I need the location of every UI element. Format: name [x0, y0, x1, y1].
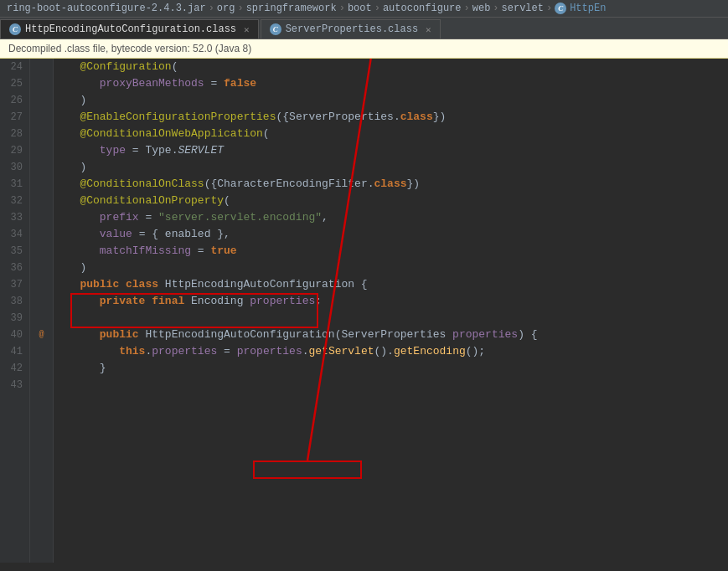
code-line-35: matchIfMissing = true — [60, 243, 728, 260]
line-num-39: 39 — [3, 310, 23, 327]
gutter-38 — [30, 293, 53, 310]
warning-bar: Decompiled .class file, bytecode version… — [0, 39, 728, 59]
line-num-33: 33 — [3, 209, 23, 226]
breadcrumb-item-springframework: springframework — [246, 3, 337, 14]
breadcrumb-item-web: web — [472, 3, 491, 14]
code-line-40: public HttpEncodingAutoConfiguration(Ser… — [60, 327, 728, 343]
line-num-41: 41 — [3, 343, 23, 360]
line-num-35: 35 — [3, 243, 23, 260]
code-line-37: public class HttpEncodingAutoConfigurati… — [60, 276, 728, 293]
gutter-31 — [30, 176, 53, 193]
gutter-25 — [30, 75, 53, 92]
line-num-38: 38 — [3, 293, 23, 310]
tab-icon-serverproperties: C — [270, 23, 281, 35]
breadcrumb-item-org: org — [217, 3, 235, 14]
code-line-29: type = Type.SERVLET — [60, 142, 728, 159]
red-box-server-properties — [253, 460, 362, 479]
breadcrumb-sep-3: › — [339, 3, 345, 14]
code-line-24: @Configuration( — [60, 59, 728, 75]
code-line-42: } — [60, 360, 728, 377]
line-num-26: 26 — [3, 92, 23, 109]
code-line-34: value = { enabled }, — [60, 226, 728, 243]
warning-text: Decompiled .class file, bytecode version… — [8, 43, 251, 54]
tab-label-httpencoding: HttpEncodingAutoConfiguration.class — [25, 23, 236, 35]
gutter-43 — [30, 377, 53, 394]
breadcrumb-sep-4: › — [374, 3, 380, 14]
gutter-35 — [30, 243, 53, 260]
gutter-33 — [30, 209, 53, 226]
tab-icon-httpencoding: C — [9, 23, 21, 35]
line-num-25: 25 — [3, 75, 23, 92]
breadcrumb-item-autoconfigure: autoconfigure — [383, 3, 462, 14]
line-num-28: 28 — [3, 126, 23, 142]
line-num-27: 27 — [3, 109, 23, 126]
gutter-27 — [30, 109, 53, 126]
breadcrumb-item-boot: boot — [348, 3, 372, 14]
breadcrumb-sep-1: › — [209, 3, 214, 14]
code-line-30: ) — [60, 159, 728, 176]
gutter-42 — [30, 360, 53, 377]
line-num-32: 32 — [3, 193, 23, 209]
tab-close-httpencoding[interactable]: ✕ — [244, 24, 250, 35]
code-line-43 — [60, 377, 728, 394]
breadcrumb-sep-5: › — [464, 3, 470, 14]
code-line-36: ) — [60, 260, 728, 276]
tab-httpencoding[interactable]: C HttpEncodingAutoConfiguration.class ✕ — [0, 19, 259, 39]
code-content[interactable]: @Configuration( proxyBeanMethods = false… — [54, 59, 728, 563]
breadcrumb-item-servlet: servlet — [502, 3, 544, 14]
code-line-33: prefix = "server.servlet.encoding", — [60, 209, 728, 226]
gutter-30 — [30, 159, 53, 176]
line-num-31: 31 — [3, 176, 23, 193]
line-num-34: 34 — [3, 226, 23, 243]
gutter-37 — [30, 276, 53, 293]
line-num-29: 29 — [3, 142, 23, 159]
code-line-27: @EnableConfigurationProperties({ServerPr… — [60, 109, 728, 126]
gutter: @ — [30, 59, 54, 563]
breadcrumb-item-httpencoding: HttpEn — [570, 3, 606, 14]
gutter-28 — [30, 126, 53, 142]
line-num-42: 42 — [3, 360, 23, 377]
gutter-24 — [30, 59, 53, 75]
line-numbers: 24 25 26 27 28 29 30 31 32 33 34 35 36 3… — [0, 59, 30, 563]
line-num-43: 43 — [3, 377, 23, 394]
code-line-32: @ConditionalOnProperty( — [60, 193, 728, 209]
breadcrumb-item-class: C — [555, 3, 566, 14]
line-num-37: 37 — [3, 276, 23, 293]
line-num-36: 36 — [3, 260, 23, 276]
code-line-41: this.properties = properties.getServlet(… — [60, 343, 728, 360]
tabs-bar: C HttpEncodingAutoConfiguration.class ✕ … — [0, 18, 728, 39]
gutter-40: @ — [30, 327, 53, 343]
breadcrumb-sep-2: › — [237, 3, 243, 14]
gutter-34 — [30, 226, 53, 243]
line-num-40: 40 — [3, 327, 23, 343]
tab-label-serverproperties: ServerProperties.class — [286, 23, 418, 35]
gutter-36 — [30, 260, 53, 276]
code-line-39 — [60, 310, 728, 327]
breadcrumb-sep-6: › — [493, 3, 498, 14]
annotation-icon-40: @ — [39, 327, 44, 343]
code-line-31: @ConditionalOnClass({CharacterEncodingFi… — [60, 176, 728, 193]
code-line-28: @ConditionalOnWebApplication( — [60, 126, 728, 142]
breadcrumb-item-jar: ring-boot-autoconfigure-2.4.3.jar — [7, 3, 206, 14]
gutter-41 — [30, 343, 53, 360]
tab-close-serverproperties[interactable]: ✕ — [426, 24, 431, 35]
line-num-24: 24 — [3, 59, 23, 75]
line-num-30: 30 — [3, 159, 23, 176]
code-line-38: private final Encoding properties; — [60, 293, 728, 310]
gutter-39 — [30, 310, 53, 327]
breadcrumb: ring-boot-autoconfigure-2.4.3.jar › org … — [0, 0, 728, 18]
gutter-29 — [30, 142, 53, 159]
code-line-25: proxyBeanMethods = false — [60, 75, 728, 92]
code-area: 24 25 26 27 28 29 30 31 32 33 34 35 36 3… — [0, 59, 728, 563]
code-line-26: ) — [60, 92, 728, 109]
breadcrumb-sep-7: › — [546, 3, 552, 14]
gutter-26 — [30, 92, 53, 109]
tab-serverproperties[interactable]: C ServerProperties.class ✕ — [261, 19, 441, 39]
gutter-32 — [30, 193, 53, 209]
